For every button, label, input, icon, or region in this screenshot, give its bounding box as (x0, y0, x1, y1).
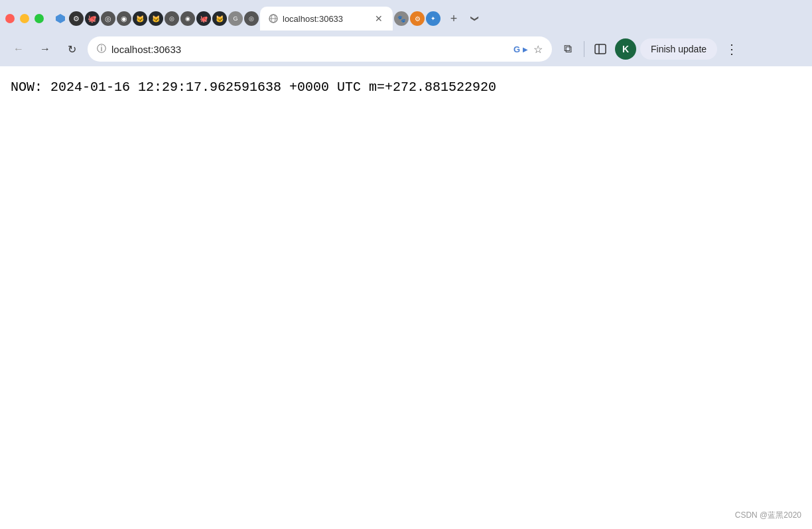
bookmark-icon[interactable]: ☆ (533, 43, 543, 56)
tab-title: localhost:30633 (283, 14, 369, 24)
ext-icon-5[interactable]: 🐱 (133, 11, 147, 26)
timestamp-text: NOW: 2024-01-16 12:29:17.962591638 +0000… (11, 80, 496, 95)
close-window-button[interactable] (5, 14, 15, 23)
tab-bar: ⚙ 🐙 ◎ ◉ 🐱 🐱 ◎ ◉ 🐙 🐱 G ◎ localhost:30633 (0, 0, 812, 32)
tab-close-button[interactable]: ✕ (373, 13, 385, 25)
address-bar[interactable]: ⓘ G ▶ ☆ (88, 36, 552, 62)
ext-icon-9[interactable]: 🐙 (196, 11, 211, 26)
info-icon[interactable]: ⓘ (97, 43, 106, 55)
finish-update-label: Finish update (651, 44, 707, 54)
ext-icon-2[interactable]: 🐙 (85, 11, 100, 26)
back-button[interactable]: ← (8, 38, 29, 60)
profile-button[interactable]: K (615, 38, 636, 60)
extension-icons-left: ⚙ 🐙 ◎ ◉ 🐱 🐱 ◎ ◉ 🐙 🐱 G ◎ (53, 11, 259, 26)
forward-button[interactable]: → (34, 38, 56, 60)
address-input[interactable] (111, 44, 508, 55)
svg-marker-0 (56, 14, 65, 23)
watermark: CSDN @蓝黑2020 (735, 510, 801, 521)
brave-icon[interactable] (53, 11, 68, 26)
new-tab-button[interactable]: + (444, 9, 463, 28)
toolbar-divider (584, 41, 584, 57)
ext-icon-r1[interactable]: 🐾 (394, 11, 409, 26)
ext-icon-r2[interactable]: ⚙ (410, 11, 425, 26)
translate-icon[interactable]: G (513, 44, 520, 54)
ext-icon-8[interactable]: ◉ (180, 11, 195, 26)
ext-icon-1[interactable]: ⚙ (69, 11, 84, 26)
ext-icon-3[interactable]: ◎ (101, 11, 115, 26)
maximize-window-button[interactable] (34, 14, 44, 23)
translate-icon-sub: ▶ (523, 46, 528, 53)
ext-icon-11[interactable]: G (228, 11, 243, 26)
ext-icon-10[interactable]: 🐱 (212, 11, 227, 26)
ext-icon-4[interactable]: ◉ (117, 11, 131, 26)
sidebar-icon (594, 43, 606, 55)
tab-list-dropdown-button[interactable]: ❯ (466, 9, 484, 28)
sidebar-button[interactable] (590, 38, 611, 60)
svg-rect-4 (595, 44, 606, 54)
minimize-window-button[interactable] (20, 14, 29, 23)
active-tab[interactable]: localhost:30633 ✕ (260, 7, 393, 30)
reload-button[interactable]: ↻ (61, 38, 82, 60)
window-controls (5, 14, 44, 23)
ext-icon-6[interactable]: 🐱 (149, 11, 163, 26)
ext-icon-7[interactable]: ◎ (165, 11, 179, 26)
clipboard-button[interactable]: ⧉ (557, 38, 578, 60)
ext-icon-r3[interactable]: ✦ (426, 11, 440, 26)
page-content: NOW: 2024-01-16 12:29:17.962591638 +0000… (0, 66, 812, 108)
extension-icons-right: 🐾 ⚙ ✦ (394, 11, 440, 26)
finish-update-button[interactable]: Finish update (640, 38, 717, 60)
ext-icon-12[interactable]: ◎ (244, 11, 259, 26)
tab-favicon (268, 13, 279, 24)
toolbar: ← → ↻ ⓘ G ▶ ☆ ⧉ K Finish update ⋮ (0, 32, 812, 66)
more-options-button[interactable]: ⋮ (721, 38, 742, 60)
chevron-right-icon: ❯ (470, 15, 480, 22)
browser-chrome: ⚙ 🐙 ◎ ◉ 🐱 🐱 ◎ ◉ 🐙 🐱 G ◎ localhost:30633 (0, 0, 812, 66)
toolbar-right-actions: ⧉ K Finish update ⋮ (557, 38, 742, 60)
